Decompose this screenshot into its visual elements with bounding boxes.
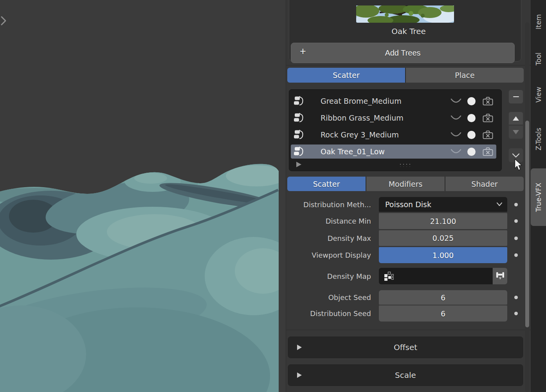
tab-view[interactable]: View [531, 83, 546, 106]
tab-tool[interactable]: Tool [531, 49, 546, 69]
divider [286, 65, 531, 65]
density-max-field[interactable]: 0.025 [379, 230, 507, 246]
display-dot-icon[interactable] [467, 148, 476, 156]
chevron-down-icon [496, 202, 503, 206]
sidebar-scrollbar-thumb[interactable] [525, 121, 529, 327]
remove-item-button[interactable] [508, 90, 523, 104]
animate-dot-icon[interactable] [514, 253, 518, 257]
tab-shader[interactable]: Shader [445, 177, 524, 191]
n-panel-sidebar: Oak Tree + Add Trees Scatter Place Great… [286, 0, 531, 392]
display-dot-icon[interactable] [467, 114, 476, 122]
tab-z-tools[interactable]: Z-Tools [531, 122, 546, 156]
scatter-item-list: Great Brome_Medium Ribbon Grass_Medium [289, 89, 502, 171]
distribution-seed-field[interactable]: 6 [379, 305, 507, 322]
oak-tree-thumbnail[interactable] [356, 5, 454, 23]
arrow-down-icon [513, 130, 519, 134]
asset-caption: Oak Tree [286, 27, 531, 36]
arrow-up-icon [513, 116, 519, 121]
texture-icon [384, 271, 394, 281]
animate-dot-icon[interactable] [514, 203, 518, 206]
add-trees-button[interactable]: + Add Trees [291, 43, 515, 63]
section-scale[interactable]: Scale [287, 364, 524, 387]
prop-label-density-map: Density Map [287, 268, 371, 284]
camera-disabled-icon[interactable] [483, 147, 493, 156]
plus-icon: + [300, 45, 306, 58]
tab-true-vfx[interactable]: True-VFX [531, 168, 546, 226]
terrain-mesh [0, 0, 286, 392]
tab-place-mode[interactable]: Place [405, 68, 524, 83]
distribution-method-dropdown[interactable]: Poisson Disk [379, 197, 507, 212]
texture-properties-icon [495, 271, 505, 281]
prop-label-distance-min: Distance Min [287, 213, 371, 229]
list-item-name: Ribbon Grass_Medium [321, 114, 450, 122]
camera-disabled-icon[interactable] [483, 130, 493, 139]
show-texture-properties-button[interactable] [492, 268, 507, 284]
animate-dot-icon[interactable] [514, 219, 518, 223]
list-item-name: Oak Tree_01_Low [321, 147, 450, 156]
section-label: Offset [394, 343, 417, 352]
prop-label-object-seed: Object Seed [287, 290, 371, 305]
blender-screen: Oak Tree + Add Trees Scatter Place Great… [0, 0, 546, 392]
list-item-oak-tree-selected[interactable]: Oak Tree_01_Low [291, 145, 496, 159]
distance-min-field[interactable]: 21.100 [379, 213, 507, 229]
object-seed-field[interactable]: 6 [379, 290, 507, 305]
list-item-rock-grey[interactable]: Rock Grey 3_Medium [291, 128, 496, 142]
section-label: Scale [395, 370, 416, 380]
display-dot-icon[interactable] [467, 97, 476, 105]
display-dot-icon[interactable] [467, 131, 476, 139]
camera-disabled-icon[interactable] [483, 96, 493, 106]
prop-label-viewport-display: Viewport Display [287, 247, 371, 263]
expander-triangle-icon [297, 372, 302, 378]
list-item-great-brome[interactable]: Great Brome_Medium [291, 94, 496, 108]
density-map-row [379, 268, 507, 284]
tab-item[interactable]: Item [531, 11, 546, 33]
instances-icon [294, 96, 304, 106]
viewport-display-slider[interactable]: 1.000 [379, 247, 507, 263]
dropdown-value: Poisson Disk [385, 200, 431, 209]
add-trees-label: Add Trees [385, 49, 420, 58]
oak-tree-photo [356, 5, 454, 23]
instances-icon [294, 130, 304, 140]
move-item-up-button[interactable] [508, 112, 523, 125]
tab-scatter-mode[interactable]: Scatter [287, 68, 405, 83]
density-map-input[interactable] [379, 268, 492, 284]
arc-curve-icon[interactable] [450, 130, 462, 139]
animate-dot-icon[interactable] [514, 296, 518, 299]
list-item-ribbon-grass[interactable]: Ribbon Grass_Medium [291, 111, 496, 125]
animate-dot-icon[interactable] [514, 312, 518, 315]
divider [286, 330, 531, 330]
instances-icon [294, 146, 304, 157]
arc-curve-icon[interactable] [450, 97, 462, 105]
instances-icon [294, 113, 304, 123]
3d-viewport[interactable] [0, 0, 286, 392]
prop-label-distribution-method: Distribution Meth... [287, 197, 371, 212]
sidebar-toggle-chevron-icon[interactable] [0, 16, 7, 26]
detail-tab-bar: Scatter Modifiers Shader [287, 177, 524, 191]
grip-dots-icon[interactable] [398, 163, 410, 167]
chevron-down-icon [511, 152, 521, 159]
tab-scatter-detail[interactable]: Scatter [287, 177, 366, 191]
arc-curve-icon[interactable] [450, 114, 462, 122]
item-specials-dropdown-button[interactable] [508, 148, 523, 163]
sidebar-tab-column: Item Tool View Z-Tools True-VFX [531, 0, 546, 392]
expander-triangle-icon[interactable] [296, 162, 301, 167]
mode-tab-bar: Scatter Place [287, 68, 524, 83]
section-offset[interactable]: Offset [287, 336, 524, 359]
expander-triangle-icon [297, 345, 302, 350]
animate-dot-icon[interactable] [514, 237, 518, 240]
arc-curve-icon[interactable] [450, 147, 462, 156]
list-item-name: Great Brome_Medium [321, 97, 450, 105]
prop-label-distribution-seed: Distribution Seed [287, 305, 371, 322]
prop-label-density-max: Density Max [287, 230, 371, 246]
minus-icon [513, 96, 519, 98]
tab-modifiers[interactable]: Modifiers [366, 177, 445, 191]
camera-disabled-icon[interactable] [483, 113, 493, 123]
move-item-down-button[interactable] [508, 125, 523, 139]
list-item-name: Rock Grey 3_Medium [321, 130, 450, 139]
